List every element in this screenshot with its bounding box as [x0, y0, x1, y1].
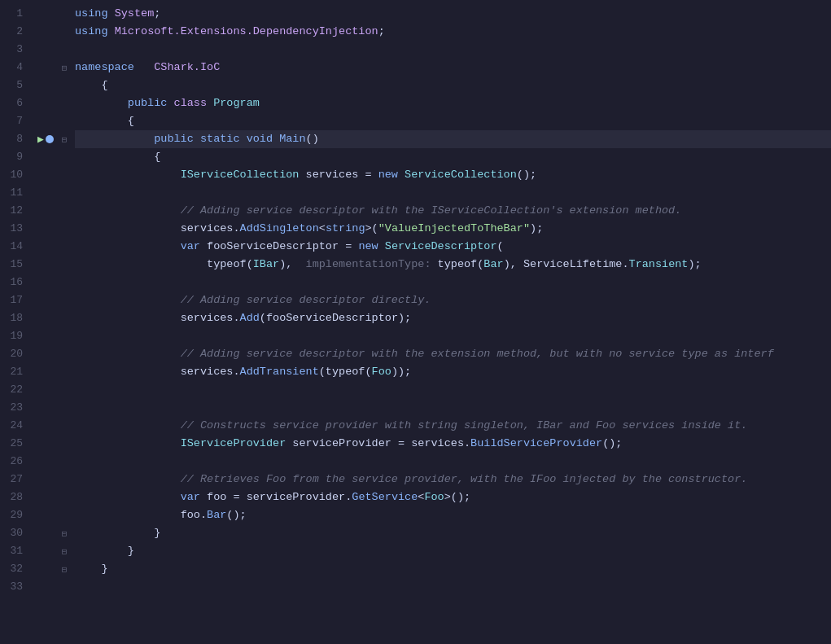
token-parens: (): [306, 130, 319, 148]
bp-30: [34, 524, 57, 542]
token-svcol: ServiceCollection: [405, 166, 517, 184]
code-line-4: namespace CShark.IoC: [75, 59, 831, 77]
token-transient: Transient: [629, 256, 689, 274]
col-8[interactable]: ⊟: [57, 130, 72, 148]
breakpoint-dot: [46, 135, 54, 143]
ln-8: 8: [0, 130, 28, 148]
token-end25: ();: [602, 435, 622, 453]
paren: (: [497, 238, 504, 256]
token-foo-21: Foo: [372, 363, 391, 381]
bp-11: [34, 184, 57, 202]
ln-19: 19: [0, 327, 28, 345]
bp-7: [34, 112, 57, 130]
code-line-6: public class Program: [75, 94, 831, 112]
code-line-33: [75, 578, 831, 596]
token-indent4: [75, 166, 181, 184]
col-24: [57, 417, 72, 435]
token-using-2: using: [75, 23, 108, 41]
token-typeof3: (typeof(: [319, 363, 372, 381]
token-brace-close: }: [75, 560, 108, 578]
bp-16: [34, 274, 57, 291]
code-line-2: using Microsoft.Extensions.DependencyInj…: [75, 23, 831, 41]
ln-9: 9: [0, 148, 28, 166]
col-15: [57, 256, 72, 274]
col-32[interactable]: ⊟: [57, 560, 72, 578]
col-33: [57, 578, 72, 596]
token-semi3: );: [530, 220, 543, 238]
col-17: [57, 291, 72, 309]
bp-15: [34, 256, 57, 274]
token-comment-17: // Adding service descriptor directly.: [181, 291, 431, 309]
ln-6: 6: [0, 94, 28, 112]
code-line-16: [75, 274, 831, 291]
token-services-18: services.: [181, 309, 240, 327]
bp-8[interactable]: ▶: [34, 130, 57, 148]
token-indent4m: [75, 506, 181, 524]
col-23: [57, 399, 72, 417]
token-buildsvc: BuildServiceProvider: [470, 435, 602, 453]
bp-26: [34, 453, 57, 471]
token-comment-27: // Retrieves Foo from the service provid…: [181, 471, 748, 488]
token-sp: [108, 23, 115, 41]
collapse-icon-30[interactable]: ⊟: [62, 528, 68, 539]
code-line-13: services.AddSingleton<string>("ValueInje…: [75, 220, 831, 238]
breakpoint-gutter: ▶: [34, 3, 57, 644]
collapse-icon-32[interactable]: ⊟: [62, 564, 68, 575]
col-31[interactable]: ⊟: [57, 542, 72, 560]
sp: foo: [200, 488, 234, 506]
col-18: [57, 309, 72, 327]
ln-5: 5: [0, 77, 28, 94]
ln-14: 14: [0, 238, 28, 256]
ln-7: 7: [0, 112, 28, 130]
token-tparam: <: [319, 220, 326, 238]
sp: [273, 130, 279, 148]
token-addparam: (fooServiceDescriptor);: [260, 309, 411, 327]
token-indent4j: [75, 435, 181, 453]
col-13: [57, 220, 72, 238]
collapse-icon-8[interactable]: ⊟: [62, 134, 68, 145]
token-class: class: [174, 94, 208, 112]
bp-2: [34, 23, 57, 41]
bp-14: [34, 238, 57, 256]
token-comment-12: // Adding service descriptor with the IS…: [181, 202, 682, 220]
line-number-gutter: 1 2 3 4 5 6 7 8 9 10 11 12 13 14 15 16 1…: [0, 3, 34, 644]
collapse-icon-31[interactable]: ⊟: [62, 546, 68, 557]
col-30[interactable]: ⊟: [57, 524, 72, 542]
token-comment-20: // Adding service descriptor with the ex…: [181, 345, 774, 363]
token-ibar: IBar: [253, 256, 279, 274]
code-line-24: // Constructs service provider with stri…: [75, 417, 831, 435]
bp-19: [34, 327, 57, 345]
col-1: [57, 5, 72, 23]
code-line-25: IServiceProvider serviceProvider = servi…: [75, 435, 831, 453]
bp-33: [34, 578, 57, 596]
col-7: [57, 112, 72, 130]
token-indent3c: }: [75, 524, 160, 542]
col-4[interactable]: ⊟: [57, 59, 72, 77]
ln-16: 16: [0, 274, 28, 291]
col-9: [57, 148, 72, 166]
bp-5: [34, 77, 57, 94]
code-line-30: }: [75, 524, 831, 542]
token-indent4f: [75, 309, 181, 327]
code-line-1: using System;: [75, 5, 831, 23]
token-indent4i: [75, 417, 181, 435]
col-14: [57, 238, 72, 256]
bp-18: [34, 309, 57, 327]
sp: serviceProvider: [286, 435, 398, 453]
sp: services: [299, 166, 365, 184]
token-services-21: services.: [181, 363, 240, 381]
bp-24: [34, 417, 57, 435]
token-classname: Program: [213, 94, 260, 112]
code-line-3: [75, 41, 831, 59]
token-cp2: ),: [504, 256, 523, 274]
collapse-icon-4[interactable]: ⊟: [62, 63, 68, 73]
ln-21: 21: [0, 363, 28, 381]
token-services-13: services.: [181, 220, 240, 238]
sp: [134, 59, 154, 77]
bp-31: [34, 542, 57, 560]
bp-28: [34, 488, 57, 506]
token-iscol: IServiceCollection: [181, 166, 300, 184]
ln-18: 18: [0, 309, 28, 327]
token-ns-name: CShark.IoC: [154, 59, 220, 77]
code-line-32: }: [75, 560, 831, 578]
